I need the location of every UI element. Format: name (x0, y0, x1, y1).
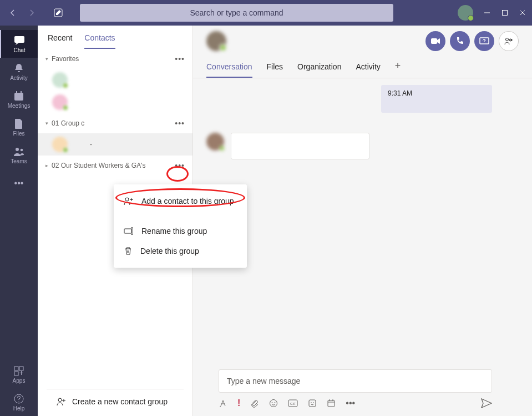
menu-label: Add a contact to this group (141, 197, 234, 206)
rail-chat[interactable]: Chat (0, 30, 38, 58)
rail-label: Teams (11, 158, 27, 164)
chevron-down-icon: ▾ (45, 121, 48, 126)
message-outgoing[interactable]: 9:31 AM (381, 85, 492, 113)
svg-point-18 (272, 402, 273, 403)
priority-button[interactable]: ! (237, 398, 240, 408)
share-screen-button[interactable] (474, 31, 494, 51)
group-more-button[interactable]: ••• (175, 54, 185, 63)
svg-point-24 (313, 402, 315, 403)
profile-avatar[interactable] (458, 5, 473, 21)
svg-point-6 (16, 148, 19, 151)
chevron-down-icon: ▾ (45, 56, 48, 62)
svg-rect-10 (14, 372, 18, 375)
contact-name: - (90, 141, 92, 148)
maximize-button[interactable] (501, 9, 509, 17)
close-button[interactable] (519, 9, 526, 17)
svg-rect-25 (328, 400, 335, 407)
forward-button[interactable] (24, 6, 39, 20)
create-group-label: Create a new contact group (72, 397, 168, 406)
group-label: Favorites (52, 55, 79, 63)
create-group-button[interactable]: Create a new contact group (47, 389, 184, 416)
new-chat-button[interactable] (50, 4, 67, 21)
avatar (52, 94, 68, 110)
audio-call-button[interactable] (450, 31, 470, 51)
svg-rect-1 (503, 11, 508, 16)
rail-label: Apps (13, 378, 26, 384)
svg-rect-5 (21, 91, 22, 94)
more-button[interactable]: ••• (346, 398, 355, 408)
svg-point-17 (270, 400, 277, 407)
svg-rect-9 (19, 367, 23, 370)
people-add-icon (57, 397, 67, 406)
group-02[interactable]: ▸ 02 Our Student Workers & GA's ••• (38, 156, 192, 176)
message-incoming[interactable] (231, 133, 369, 159)
format-button[interactable] (219, 399, 227, 408)
rail-label: Meetings (8, 103, 31, 109)
minimize-button[interactable] (483, 9, 491, 17)
group-favorites[interactable]: ▾ Favorites ••• (38, 49, 192, 69)
rail-label: Activity (10, 75, 28, 81)
add-people-button[interactable] (499, 31, 519, 51)
contact-row[interactable] (38, 91, 192, 113)
svg-rect-3 (14, 93, 23, 101)
menu-rename-group[interactable]: Rename this group (114, 221, 247, 241)
svg-point-19 (275, 402, 276, 403)
menu-label: Rename this group (141, 227, 207, 235)
tab-recent[interactable]: Recent (48, 33, 72, 49)
avatar (52, 137, 68, 152)
rail-label: Files (13, 131, 24, 137)
trash-icon (124, 247, 133, 255)
gif-button[interactable]: GIF (288, 399, 298, 407)
group-more-button[interactable]: ••• (175, 119, 185, 128)
attach-button[interactable] (250, 399, 259, 408)
tab-organization[interactable]: Organization (297, 57, 341, 78)
chat-avatar[interactable] (206, 31, 226, 51)
tab-conversation[interactable]: Conversation (206, 57, 252, 78)
message-timestamp: 9:31 AM (388, 89, 412, 97)
chevron-right-icon: ▸ (45, 163, 48, 168)
svg-point-15 (506, 38, 509, 41)
rail-label: Chat (13, 47, 25, 53)
contact-row[interactable]: - (38, 133, 192, 156)
send-button[interactable] (481, 398, 492, 408)
add-tab-button[interactable]: + (395, 57, 401, 78)
rail-activity[interactable]: Activity (0, 58, 38, 86)
rail-help[interactable]: Help (0, 388, 38, 416)
tab-files[interactable]: Files (267, 57, 283, 78)
svg-rect-27 (124, 229, 131, 233)
group-more-button[interactable]: ••• (175, 161, 185, 170)
avatar (52, 72, 68, 88)
video-call-button[interactable] (425, 31, 445, 51)
menu-label: Delete this group (140, 247, 199, 255)
back-button[interactable] (6, 6, 20, 20)
group-label: 01 Group c (52, 119, 84, 127)
svg-rect-22 (309, 400, 316, 407)
svg-rect-8 (14, 367, 18, 370)
svg-point-23 (311, 402, 312, 403)
tab-activity[interactable]: Activity (356, 57, 380, 78)
tab-contacts[interactable]: Contacts (84, 33, 115, 49)
schedule-meeting-button[interactable] (327, 399, 336, 408)
svg-point-12 (58, 398, 62, 402)
message-avatar (206, 133, 224, 151)
rail-files[interactable]: Files (0, 113, 38, 141)
app-rail: Chat Activity Meetings Files Teams ••• A… (0, 26, 38, 416)
rename-icon (124, 227, 134, 235)
emoji-button[interactable] (269, 399, 278, 408)
rail-teams[interactable]: Teams (0, 141, 38, 169)
sticker-button[interactable] (308, 399, 317, 408)
rail-more[interactable]: ••• (0, 172, 38, 194)
titlebar: Search or type a command (0, 0, 532, 26)
search-input[interactable]: Search or type a command (80, 4, 393, 22)
contact-row[interactable] (38, 69, 192, 91)
group-01[interactable]: ▾ 01 Group c ••• (38, 113, 192, 133)
menu-add-contact[interactable]: Add a contact to this group (114, 191, 247, 211)
menu-delete-group[interactable]: Delete this group (114, 241, 247, 261)
rail-apps[interactable]: Apps (0, 360, 38, 388)
compose-input[interactable]: Type a new message (219, 369, 492, 393)
rail-label: Help (13, 405, 25, 412)
context-menu: Add a contact to this group Rename this … (114, 184, 247, 268)
svg-point-7 (21, 148, 23, 151)
person-add-icon (124, 197, 134, 206)
rail-meetings[interactable]: Meetings (0, 86, 38, 113)
